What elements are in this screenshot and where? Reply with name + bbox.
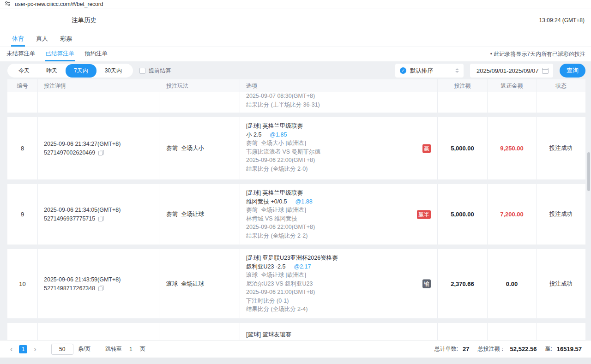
payout-amount: 9,250.00 <box>488 117 537 179</box>
match-time: 2025-09-06 22:00(GMT+8) <box>246 223 414 232</box>
range-7days[interactable]: 7天内 <box>66 64 96 78</box>
league-name: [足球] 英格兰甲级联赛 <box>246 189 414 197</box>
result-score: 结果比分 (全场比分 2-2) <box>246 232 414 240</box>
col-header-option: 选项 <box>240 79 438 92</box>
row-number: 9 <box>7 184 38 245</box>
jump-page-input[interactable]: 1 <box>129 346 133 352</box>
bet-odds: @1.85 <box>270 131 287 138</box>
league-name: [足球] 英格兰甲级联赛 <box>246 122 414 131</box>
match-time: 2025-09-06 21:00(GMT+8) <box>246 288 414 297</box>
table-header-row: 编号 投注详情 投注玩法 选项 投注额 返还金额 状态 <box>7 79 585 92</box>
summary-totals: 总计单数: 27 总投注额： 52,522.56 赢: 16519.57 <box>434 345 585 353</box>
league-name: [篮球] 篮球友谊赛 <box>246 330 414 339</box>
bet-time: 2025-09-06 21:34:27(GMT+8) <box>44 141 159 147</box>
bet-id: 5271498717267348 <box>44 285 95 292</box>
copy-icon[interactable] <box>98 286 104 291</box>
subtab-settled[interactable]: 已结算注单 <box>45 47 76 61</box>
match-time: 2025-09-06 22:00(GMT+8) <box>246 156 414 165</box>
date-range-input[interactable]: 2025/09/01-2025/09/07 <box>470 64 553 78</box>
page-header: 注单历史 13:09:24 (GMT+8) 体育 真人 彩票 未结算注单 已结算… <box>0 8 591 61</box>
page-title: 注单历史 <box>72 16 96 24</box>
record-subtabs: 未结算注单 已结算注单 预约注单 • 此记录将显示7天内所有已派彩的投注 <box>0 47 591 61</box>
chevron-left-icon[interactable]: ‹ <box>8 346 14 353</box>
chevron-right-icon[interactable]: › <box>32 346 38 353</box>
pagination: ‹ 1 › 条/页 跳转至 1 页 <box>8 344 145 355</box>
filter-bar: 今天 昨天 7天内 30天内 提前结算 ✓ 默认排序 2025/09/01-20… <box>7 64 585 78</box>
market-info: 赛前 全场大小 [欧洲盘] <box>246 139 414 148</box>
table-row-partial-bottom: [篮球] 篮球友谊赛 <box>7 323 585 340</box>
server-clock: 13:09:24 (GMT+8) <box>539 17 585 24</box>
site-settings-icon[interactable] <box>5 0 11 8</box>
league-name: [足球] 亚足联U23亚洲杯2026资格赛 <box>246 254 414 263</box>
match-time: 2025-09-07 08:30(GMT+8) <box>246 92 414 101</box>
win-label: 赢: <box>545 345 552 353</box>
total-stake-value: 52,522.56 <box>510 346 537 352</box>
bottom-strip <box>0 358 591 364</box>
bet-odds: @1.88 <box>296 198 313 205</box>
payout-amount: 0.00 <box>488 249 537 318</box>
stake-amount: 5,000.00 <box>438 117 488 179</box>
tab-live-casino[interactable]: 真人 <box>35 32 49 47</box>
per-page-label: 条/页 <box>78 345 90 353</box>
stake-amount: 2,370.66 <box>438 249 488 318</box>
bet-odds: @2.17 <box>294 263 311 270</box>
col-header-stake: 投注额 <box>438 79 488 92</box>
result-badge: 赢半 <box>417 210 431 219</box>
vertical-scrollbar[interactable] <box>587 152 590 191</box>
bet-time: 2025-09-06 21:43:59(GMT+8) <box>44 276 159 283</box>
result-score: 结果比分 (全场比分 2-0) <box>246 165 414 173</box>
col-header-payout: 返还金额 <box>488 79 537 92</box>
copy-icon[interactable] <box>98 150 104 155</box>
table-row: 9 2025-09-06 21:34:05(GMT+8) 52714969377… <box>7 184 585 245</box>
sort-select[interactable]: ✓ 默认排序 <box>395 64 464 78</box>
result-score: 结果比分 (全场比分 2-4) <box>246 305 414 314</box>
tab-lottery[interactable]: 彩票 <box>59 32 73 47</box>
table-row: 8 2025-09-06 21:34:27(GMT+8) 52714970026… <box>7 117 585 179</box>
category-tabs: 体育 真人 彩票 <box>0 32 591 47</box>
bet-play-type: 赛前 全场大小 <box>159 117 240 179</box>
row-number: 10 <box>7 249 38 318</box>
match-teams: 尼泊尔U23 VS 叙利亚U23 <box>246 280 414 288</box>
page-url: user-pc-new.ciiicc.com/#/bet_record <box>15 1 103 7</box>
copy-icon[interactable] <box>98 216 104 221</box>
total-count-label: 总计单数: <box>434 345 458 353</box>
page-unit-label: 页 <box>140 345 145 353</box>
bet-id: 5271497002620469 <box>44 149 95 156</box>
bet-status: 投注成功 <box>537 249 585 318</box>
early-settle-checkbox[interactable] <box>139 68 145 74</box>
subtab-reserved[interactable]: 预约注单 <box>84 47 109 61</box>
early-settle-label: 提前结算 <box>149 67 171 75</box>
bet-selection: 维冈竞技 +0/0.5 <box>246 198 287 205</box>
col-header-status: 状态 <box>537 79 585 92</box>
bet-play-type: 滚球 全场让球 <box>159 249 240 318</box>
bet-time: 2025-09-06 21:34:05(GMT+8) <box>44 207 159 213</box>
total-stake-label: 总投注额： <box>478 345 506 353</box>
sort-arrows-icon <box>455 68 459 73</box>
record-note: • 此记录将显示7天内所有已派彩的投注 <box>490 47 585 61</box>
table-row: 10 2025-09-06 21:43:59(GMT+8) 5271498717… <box>7 249 585 318</box>
page-size-input[interactable] <box>51 344 73 355</box>
table-footer: ‹ 1 › 条/页 跳转至 1 页 总计单数: 27 总投注额： 52,522.… <box>0 340 591 358</box>
payout-amount: 7,200.00 <box>488 184 537 245</box>
result-badge: 赢 <box>422 144 431 153</box>
date-range-value: 2025/09/01-2025/09/07 <box>476 67 538 74</box>
browser-address-bar[interactable]: user-pc-new.ciiicc.com/#/bet_record <box>0 0 591 8</box>
result-score: 结果比分 (上半场比分 36-31) <box>246 101 414 109</box>
bet-status: 投注成功 <box>537 117 585 179</box>
range-yesterday[interactable]: 昨天 <box>38 64 66 78</box>
range-today[interactable]: 今天 <box>10 64 38 78</box>
tab-sports[interactable]: 体育 <box>11 32 25 47</box>
market-info: 滚球 全场让球 [欧洲盘] <box>246 271 414 280</box>
calendar-icon[interactable] <box>542 68 549 74</box>
jump-to-label: 跳转至 <box>105 345 122 353</box>
range-30days[interactable]: 30天内 <box>96 64 130 78</box>
page-1-button[interactable]: 1 <box>19 345 27 353</box>
live-score-at-bet: 下注时比分 (0-1) <box>246 297 414 305</box>
early-settle-option[interactable]: 提前结算 <box>139 67 171 75</box>
col-header-no: 编号 <box>7 79 38 92</box>
subtab-unsettled[interactable]: 未结算注单 <box>6 47 36 61</box>
search-button[interactable]: 查询 <box>560 64 585 78</box>
match-teams: 林肯城 VS 维冈竞技 <box>246 215 414 223</box>
table-row-partial-top: 2025-09-07 08:30(GMT+8) 结果比分 (上半场比分 36-3… <box>7 92 585 113</box>
check-circle-icon: ✓ <box>400 67 406 74</box>
